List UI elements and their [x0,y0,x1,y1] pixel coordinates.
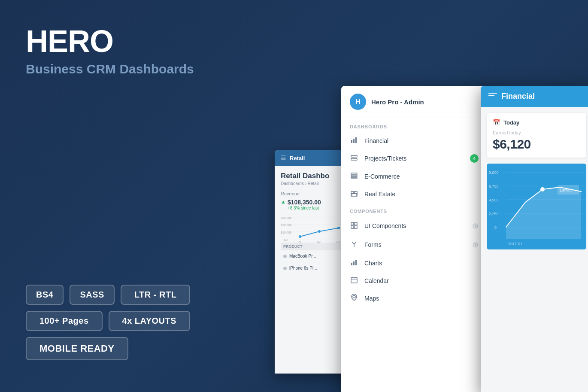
badge-pages: 100+ Pages [26,311,103,331]
financial-header: Financial [481,86,588,107]
svg-rect-20 [351,175,357,176]
financial-chart: 9,000 6,750 4,500 2,250 0 2017-01 Earni.… [487,164,586,249]
svg-point-8 [299,235,301,238]
product-column-header: PRODUCT [283,244,303,249]
badge-row-2: 100+ Pages 4x LAYOUTS [26,311,190,331]
earned-label: Earned today [493,130,580,135]
badge-bs4: BS4 [26,285,64,305]
svg-rect-35 [351,277,357,283]
svg-text:2,250: 2,250 [489,212,499,216]
hero-subtitle: Business CRM Dashboards [26,62,194,76]
real-estate-icon [350,190,358,198]
dashboards-section-label: Dashboards [341,118,487,132]
retail-amount: $108,350.00 [288,199,321,206]
sidebar-item-maps[interactable]: Maps [341,289,487,307]
svg-text:4,500: 4,500 [489,198,499,202]
badge-row-3: MOBILE READY [26,337,190,360]
svg-text:6,750: 6,750 [489,184,499,188]
badge-sass: SASS [70,285,114,305]
svg-point-9 [318,230,321,233]
svg-text:01: 01 [298,240,301,243]
product-name-1: MacBook Pr... [289,254,316,258]
badges-area: BS4 SASS LTR - RTL 100+ Pages 4x LAYOUTS… [26,285,190,366]
svg-text:0: 0 [494,225,497,230]
maps-icon [350,294,358,302]
menu-icon: ☰ [281,155,286,161]
sidebar-item-ui-label: UI Components [364,222,466,229]
bar-chart-icon [350,137,358,145]
today-label: Today [503,119,519,126]
financial-amount: $6,120 [493,137,580,152]
svg-text:02: 02 [317,240,321,243]
badge-row-1: BS4 SASS LTR - RTL [26,285,190,305]
nav-panel: H Hero Pro - Admin Dashboards Financial … [341,86,487,392]
charts-icon [350,259,358,267]
svg-text:$30,000: $30,000 [281,216,291,219]
badge-ltr-rtl: LTR - RTL [121,285,191,305]
svg-point-10 [337,227,340,229]
svg-rect-32 [351,263,352,265]
svg-text:$0: $0 [284,238,288,241]
sidebar-item-forms-label: Forms [364,241,466,248]
svg-text:Earni...: Earni... [560,188,572,192]
today-card: 📅 Today Earned today $6,120 [487,113,586,158]
financial-panel: Financial 📅 Today Earned today $6,120 9,… [481,86,588,392]
hero-section: HERO Business CRM Dashboards [26,26,194,76]
svg-rect-27 [351,222,354,225]
svg-text:$20,000: $20,000 [281,224,291,227]
sidebar-item-projects[interactable]: Projects/Tickets 4 [341,149,487,167]
svg-text:$10,000: $10,000 [281,231,291,234]
avatar: H [350,94,366,110]
ui-components-icon [350,222,358,230]
sidebar-item-ecommerce[interactable]: E-Commerce [341,167,487,185]
svg-rect-15 [353,139,355,143]
sidebar-item-realestate[interactable]: Real Estate [341,185,487,203]
sidebar-item-realestate-label: Real Estate [364,191,479,198]
financial-title: Financial [501,92,535,101]
svg-text:2017-01: 2017-01 [508,242,522,246]
svg-rect-14 [351,140,352,143]
product-name-2: iPhone 6s Pl... [289,266,317,270]
sidebar-item-calendar[interactable]: Calendar [341,272,487,289]
plus-icon-2: ⊕ [472,240,479,249]
svg-rect-17 [351,155,357,157]
hero-title: HERO [26,26,194,57]
calendar-small-icon: 📅 [493,119,500,126]
sidebar-item-charts[interactable]: Charts [341,254,487,272]
sidebar-item-ecommerce-label: E-Commerce [364,173,479,180]
calendar-icon [350,277,358,285]
svg-rect-30 [355,226,357,228]
sidebar-item-forms[interactable]: Forms ⊕ [341,235,487,254]
tickets-icon [350,155,358,163]
svg-text:03: 03 [336,240,340,243]
svg-rect-33 [353,261,355,265]
components-section-label: Components [341,203,487,216]
nav-username: Hero Pro - Admin [371,98,424,106]
svg-rect-16 [355,137,357,143]
ecommerce-icon [350,172,358,180]
sidebar-item-financial-label: Financial [364,137,479,144]
svg-rect-28 [355,222,357,225]
svg-rect-34 [355,260,357,265]
sidebar-item-calendar-label: Calendar [364,277,479,284]
badge-mobile-ready: MOBILE READY [26,337,128,360]
badge-layouts: 4x LAYOUTS [109,311,191,331]
forms-icon [350,241,358,249]
sidebar-item-maps-label: Maps [364,295,479,302]
sidebar-item-projects-label: Projects/Tickets [364,155,464,162]
svg-text:9,000: 9,000 [489,170,499,175]
sidebar-item-financial[interactable]: Financial [341,132,487,149]
menu-lines-icon [488,92,497,101]
svg-rect-21 [351,177,357,178]
nav-user-header: H Hero Pro - Admin [341,86,487,118]
row-indicator-2 [283,267,287,270]
svg-point-39 [353,295,355,298]
svg-point-54 [540,187,545,191]
sidebar-item-charts-label: Charts [364,260,479,267]
projects-badge: 4 [470,154,479,163]
sidebar-item-ui-components[interactable]: UI Components ⊕ [341,216,487,235]
svg-rect-19 [351,173,357,174]
financial-line-chart: 9,000 6,750 4,500 2,250 0 2017-01 Earni.… [487,164,586,249]
svg-rect-29 [351,226,354,228]
retail-growth: +8.3% since last [288,206,321,210]
